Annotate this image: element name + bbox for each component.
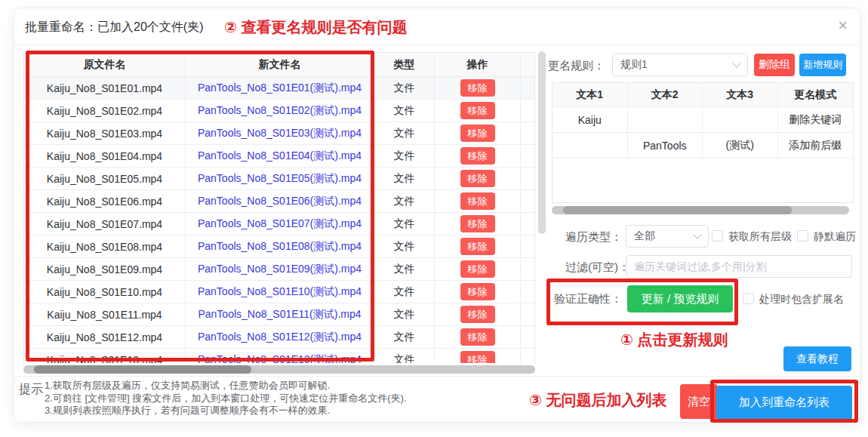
rules-table: 文本1 文本2 文本3 更名模式 Kaiju删除关键词PanTools(测试)添… bbox=[552, 82, 854, 203]
include-extension-checkbox-label: 处理时包含扩展名 bbox=[759, 293, 844, 306]
dialog-title: 批量重命名：已加入20个文件(夹) bbox=[25, 20, 203, 35]
table-row: Kaiju_No8_S01E06.mp4PanTools_No8_S01E06(… bbox=[24, 190, 534, 213]
add-rule-button[interactable]: 新增规则 bbox=[799, 54, 846, 76]
delete-group-button[interactable]: 删除组 bbox=[754, 54, 795, 76]
operation-cell: 移除 bbox=[435, 213, 521, 235]
footer-divider bbox=[14, 376, 860, 377]
rules-table-hscrollbar-thumb[interactable] bbox=[563, 206, 792, 214]
file-type: 文件 bbox=[374, 326, 435, 348]
rule-select-value: 规则1 bbox=[620, 58, 734, 72]
remove-button[interactable]: 移除 bbox=[460, 170, 495, 187]
tip-line: 1.获取所有层级及遍历，仅支持简易测试，任意赞助会员即可解锁. bbox=[45, 380, 407, 392]
table-row: Kaiju_No8_S01E08.mp4PanTools_No8_S01E08(… bbox=[24, 235, 534, 258]
spacer-cell bbox=[521, 122, 534, 144]
new-filename: PanTools_No8_S01E08(测试).mp4 bbox=[186, 235, 374, 257]
file-type: 文件 bbox=[374, 145, 435, 167]
remove-button[interactable]: 移除 bbox=[460, 215, 495, 232]
column-header-type: 类型 bbox=[374, 53, 435, 76]
remove-button[interactable]: 移除 bbox=[460, 102, 495, 119]
new-filename: PanTools_No8_S01E04(测试).mp4 bbox=[186, 145, 374, 167]
operation-cell: 移除 bbox=[435, 122, 521, 144]
all-levels-checkbox-label: 获取所有层级 bbox=[728, 230, 792, 244]
rule-text3 bbox=[703, 107, 778, 132]
original-filename: Kaiju_No8_S01E06.mp4 bbox=[24, 190, 186, 212]
rule-row: PanTools(测试)添加前后缀 bbox=[553, 133, 853, 158]
operation-cell: 移除 bbox=[435, 349, 521, 363]
rule-text1 bbox=[553, 133, 628, 158]
new-filename: PanTools_No8_S01E09(测试).mp4 bbox=[186, 258, 374, 280]
spacer-cell bbox=[521, 258, 534, 280]
traverse-type-select[interactable]: 全部 bbox=[626, 225, 709, 248]
remove-button[interactable]: 移除 bbox=[460, 351, 495, 363]
remove-button[interactable]: 移除 bbox=[460, 260, 495, 278]
remove-button[interactable]: 移除 bbox=[460, 238, 495, 255]
rename-rule-label: 更名规则： bbox=[548, 59, 605, 73]
file-type: 文件 bbox=[374, 349, 435, 363]
rules-header-text3: 文本3 bbox=[703, 83, 778, 106]
chevron-down-icon bbox=[732, 59, 740, 67]
view-tutorial-button[interactable]: 查看教程 bbox=[783, 346, 851, 371]
include-extension-checkbox[interactable] bbox=[743, 293, 754, 304]
original-filename: Kaiju_No8_S01E08.mp4 bbox=[24, 235, 186, 257]
operation-cell: 移除 bbox=[435, 303, 521, 325]
column-header-new: 新文件名 bbox=[186, 53, 374, 76]
silent-traverse-checkbox[interactable] bbox=[797, 230, 808, 242]
rules-header-text1: 文本1 bbox=[553, 83, 628, 106]
original-filename: Kaiju_No8_S01E12.mp4 bbox=[24, 326, 186, 348]
annotation-step3: ③ 无问题后加入列表 bbox=[529, 390, 667, 411]
tip-line: 3.规则列表按照顺序执行，若有问题可调整顺序会有不一样的效果. bbox=[45, 405, 407, 417]
remove-button[interactable]: 移除 bbox=[460, 125, 495, 142]
all-levels-checkbox[interactable] bbox=[712, 230, 723, 242]
file-table-hscrollbar[interactable] bbox=[23, 365, 535, 374]
spacer-cell bbox=[521, 235, 534, 257]
new-filename: PanTools_No8_S01E11(测试).mp4 bbox=[186, 303, 374, 325]
remove-button[interactable]: 移除 bbox=[460, 147, 495, 165]
spacer-cell bbox=[521, 326, 534, 348]
new-filename: PanTools_No8_S01E12(测试).mp4 bbox=[186, 326, 374, 348]
new-filename: PanTools_No8_S01E07(测试).mp4 bbox=[186, 213, 374, 235]
rule-text2: PanTools bbox=[628, 133, 703, 158]
table-row: Kaiju_No8_S01E12.mp4PanTools_No8_S01E12(… bbox=[24, 326, 534, 349]
operation-cell: 移除 bbox=[435, 168, 521, 189]
spacer-cell bbox=[521, 145, 534, 167]
file-table-hscrollbar-thumb[interactable] bbox=[34, 365, 251, 374]
add-to-rename-list-button[interactable]: 加入到重命名列表 bbox=[716, 386, 852, 420]
file-table-vscrollbar-thumb[interactable] bbox=[538, 51, 546, 234]
file-table-header: 原文件名 新文件名 类型 操作 bbox=[24, 53, 534, 77]
table-row: Kaiju_No8_S01E01.mp4PanTools_No8_S01E01(… bbox=[24, 77, 534, 100]
annotation-step1: ① 点击更新规则 bbox=[620, 330, 728, 350]
clear-button[interactable]: 清空 bbox=[680, 384, 718, 419]
remove-button[interactable]: 移除 bbox=[460, 79, 495, 97]
update-preview-button[interactable]: 更新 / 预览规则 bbox=[627, 285, 733, 312]
filter-input[interactable] bbox=[626, 255, 852, 278]
annotation-step2: ② 查看更名规则是否有问题 bbox=[224, 17, 408, 38]
remove-button[interactable]: 移除 bbox=[460, 328, 495, 346]
remove-button[interactable]: 移除 bbox=[460, 192, 495, 210]
table-row: Kaiju_No8_S01E13.mp4PanTools_No8_S01E13(… bbox=[24, 349, 534, 363]
spacer-cell bbox=[521, 77, 534, 99]
operation-cell: 移除 bbox=[435, 281, 521, 303]
close-icon[interactable]: × bbox=[838, 17, 848, 34]
rule-select[interactable]: 规则1 bbox=[612, 54, 748, 76]
new-filename: PanTools_No8_S01E01(测试).mp4 bbox=[186, 77, 374, 99]
remove-button[interactable]: 移除 bbox=[460, 306, 495, 323]
table-row: Kaiju_No8_S01E04.mp4PanTools_No8_S01E04(… bbox=[24, 145, 534, 168]
rules-table-header: 文本1 文本2 文本3 更名模式 bbox=[553, 83, 853, 107]
column-header-original: 原文件名 bbox=[24, 53, 186, 76]
table-row: Kaiju_No8_S01E03.mp4PanTools_No8_S01E03(… bbox=[24, 122, 534, 145]
original-filename: Kaiju_No8_S01E04.mp4 bbox=[24, 145, 186, 167]
column-header-spacer bbox=[521, 53, 534, 76]
rules-table-hscrollbar[interactable] bbox=[552, 206, 849, 214]
remove-button[interactable]: 移除 bbox=[460, 283, 495, 300]
column-header-operation: 操作 bbox=[435, 53, 521, 76]
file-type: 文件 bbox=[374, 258, 435, 280]
file-table-body: Kaiju_No8_S01E01.mp4PanTools_No8_S01E01(… bbox=[24, 77, 534, 363]
new-filename: PanTools_No8_S01E05(测试).mp4 bbox=[186, 168, 374, 189]
tips-text: 1.获取所有层级及遍历，仅支持简易测试，任意赞助会员即可解锁. 2.可前往 [文… bbox=[45, 380, 407, 417]
table-row: Kaiju_No8_S01E07.mp4PanTools_No8_S01E07(… bbox=[24, 213, 534, 235]
operation-cell: 移除 bbox=[435, 235, 521, 257]
new-filename: PanTools_No8_S01E10(测试).mp4 bbox=[186, 281, 374, 303]
traverse-type-label: 遍历类型： bbox=[565, 230, 622, 245]
file-type: 文件 bbox=[374, 303, 435, 325]
file-type: 文件 bbox=[374, 235, 435, 257]
